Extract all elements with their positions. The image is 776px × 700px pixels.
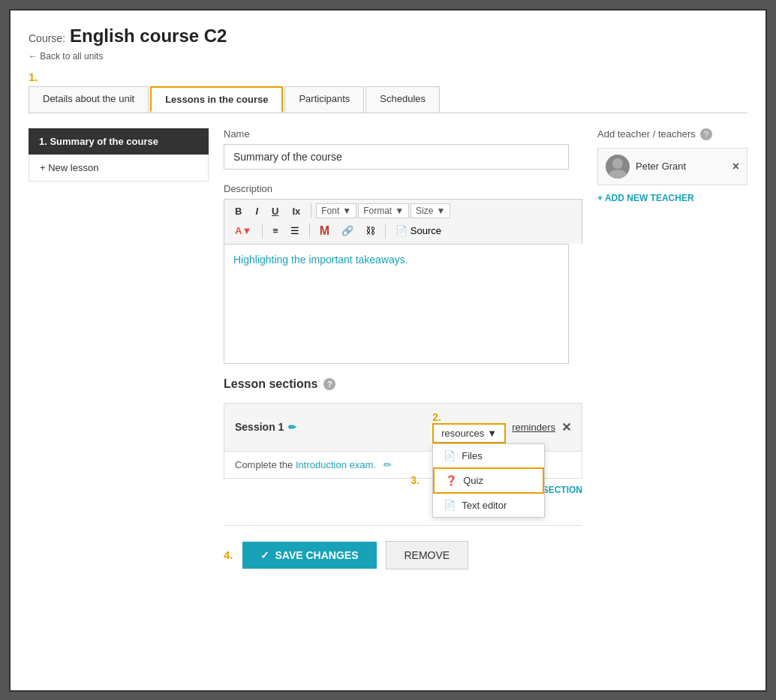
sidebar-new-lesson[interactable]: + New lesson [29,155,209,182]
teacher-avatar [606,155,630,179]
step2-label: 2. [432,411,441,423]
toolbar-divider-2 [262,224,263,239]
sidebar: 1. Summary of the course + New lesson [29,128,209,569]
description-label: Description [224,183,582,194]
session-actions: 2. resources ▼ Files [432,411,571,443]
format-select[interactable]: Format ▼ [358,203,409,218]
session-edit-icon[interactable]: ✏ [288,422,296,433]
toolbar-divider-4 [385,224,386,239]
session-title: Session 1 ✏ [235,421,296,433]
back-link[interactable]: ← Back to all units [29,51,747,62]
dropdown-item-text-editor[interactable]: Text editor [433,494,544,517]
content-area: Name Description B I U Ix Font ▼ [224,128,582,569]
unordered-list-button[interactable]: ☰ [285,222,305,239]
underline-button[interactable]: U [266,203,284,220]
course-title: English course C2 [70,26,227,47]
footer-actions: 4. ✓ SAVE CHANGES REMOVE [224,525,582,569]
tab-lessons[interactable]: Lessons in the course [150,86,283,113]
teacher-remove-button[interactable]: × [732,160,739,173]
tab-participants[interactable]: Participants [284,86,364,113]
editor-body[interactable]: Highlighting the important takeaways. [224,244,569,364]
toolbar-divider-3 [309,224,310,239]
text-editor-icon [444,500,456,511]
source-icon: 📄 [396,225,408,236]
link-button[interactable]: 🔗 [336,222,359,239]
toolbar-row-1: B I U Ix Font ▼ Format ▼ [229,203,577,220]
name-group: Name [224,128,582,170]
main-content: 1. Summary of the course + New lesson Na… [29,128,747,569]
name-label: Name [224,128,582,140]
reminders-button[interactable]: reminders [512,422,555,433]
dropdown-item-files[interactable]: Files [433,444,544,467]
resources-dropdown: Files 3. Quiz Text ed [432,443,545,518]
right-panel: Add teacher / teachers ? Peter Grant × +… [597,128,747,569]
close-session-button[interactable]: ✕ [561,420,571,434]
file-icon [444,450,456,461]
ordered-list-button[interactable]: ≡ [267,222,284,239]
strikethrough-button[interactable]: Ix [286,203,306,220]
add-teacher-button[interactable]: + ADD NEW TEACHER [597,193,747,203]
save-check-icon: ✓ [260,549,269,561]
font-select[interactable]: Font ▼ [316,203,356,218]
session-box: Session 1 ✏ 2. resources ▼ [224,403,582,479]
teacher-card: Peter Grant × [597,148,747,185]
step1-indicator: 1. [29,71,747,83]
step3-label: 3. [411,474,420,486]
tab-schedules[interactable]: Schedules [365,86,440,113]
source-button[interactable]: 📄 Source [390,222,447,239]
name-input[interactable] [224,144,569,170]
toolbar-row-2: A▼ ≡ ☰ M 🔗 ⛓ 📄 Source [229,221,577,241]
unlink-button[interactable]: ⛓ [360,222,380,239]
quiz-icon [445,475,457,486]
editor-toolbar: B I U Ix Font ▼ Format ▼ [224,199,582,244]
dropdown-item-quiz[interactable]: 3. Quiz [433,467,544,494]
svg-point-1 [609,170,627,179]
svg-point-0 [612,158,623,169]
sidebar-active-lesson[interactable]: 1. Summary of the course [29,128,209,155]
resources-button[interactable]: resources ▼ [432,423,506,443]
course-label: Course: [29,32,65,44]
special-button[interactable]: M [314,221,335,241]
resources-chevron-icon: ▼ [487,428,497,439]
save-button[interactable]: ✓ SAVE CHANGES [242,542,377,569]
course-header: Course: English course C2 [29,26,747,47]
teacher-name: Peter Grant [636,161,726,172]
step4-label: 4. [224,548,233,561]
avatar-svg [606,155,630,179]
toolbar-divider-1 [311,203,311,218]
teacher-help-icon[interactable]: ? [700,128,712,140]
tab-details[interactable]: Details about the unit [29,86,149,113]
session-content-edit-icon[interactable]: ✏ [383,459,392,470]
tabs-row: Details about the unit Lessons in the co… [29,86,747,113]
description-group: Description B I U Ix Font ▼ Format [224,183,582,364]
font-color-button[interactable]: A▼ [229,222,257,239]
size-select[interactable]: Size ▼ [411,203,450,218]
italic-button[interactable]: I [249,203,264,220]
remove-button[interactable]: REMOVE [386,541,469,569]
session-content-link[interactable]: Introduction exam. [296,459,376,470]
session-header: Session 1 ✏ 2. resources ▼ [224,404,582,452]
page-container: Course: English course C2 ← Back to all … [9,9,767,692]
lesson-sections-title: Lesson sections ? [224,377,582,391]
resources-dropdown-container: 2. resources ▼ Files [432,411,506,443]
editor-content: Highlighting the important takeaways. [233,254,408,266]
lesson-sections-help-icon[interactable]: ? [323,378,335,390]
bold-button[interactable]: B [229,203,248,220]
teacher-label: Add teacher / teachers ? [597,128,747,140]
